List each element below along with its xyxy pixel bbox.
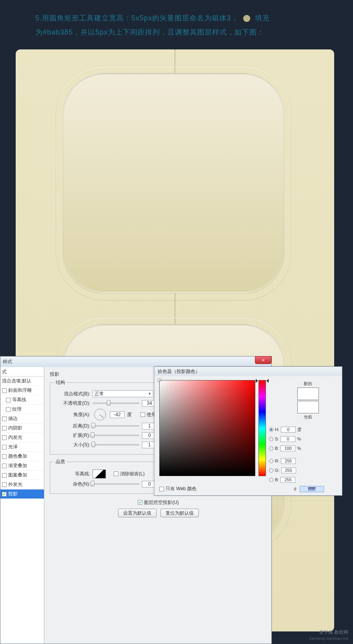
hex-label: #: [294, 486, 297, 492]
step-text-b: 填充: [255, 14, 270, 22]
effects-sidebar: 式 混合选项:默认 斜面和浮雕 等高线 纹理 描边 内阴影 内发光 光泽 颜色叠…: [0, 367, 44, 644]
watermark: 查字典 教程网 jiaocheng.chazidian.com: [309, 629, 348, 641]
checkbox-icon: [140, 412, 145, 417]
r-input[interactable]: 255: [281, 458, 296, 464]
checkbox-icon[interactable]: [2, 454, 7, 459]
contour-picker[interactable]: [93, 469, 106, 478]
g-input[interactable]: 255: [281, 468, 296, 473]
angle-dial[interactable]: [94, 409, 106, 420]
blend-mode-label: 混合模式(B):: [54, 391, 90, 397]
sb-pattern-overlay[interactable]: 图案叠加: [0, 471, 44, 480]
hue-slider[interactable]: [258, 380, 266, 476]
radio-h[interactable]: [269, 428, 273, 432]
checkbox-icon[interactable]: ✔: [2, 492, 7, 497]
sb-stroke[interactable]: 描边: [0, 414, 44, 424]
radio-bb[interactable]: [269, 478, 273, 482]
rounded-rect-preview-1: [63, 73, 284, 293]
close-button[interactable]: ✕: [255, 356, 271, 364]
sb-outer-glow[interactable]: 外发光: [0, 480, 44, 489]
checkbox-icon[interactable]: [2, 473, 7, 478]
h-input[interactable]: 0: [281, 427, 296, 433]
color-field[interactable]: [159, 380, 255, 476]
contour-label: 等高线:: [54, 471, 90, 477]
structure-legend: 结构: [54, 379, 67, 386]
sb-inner-shadow[interactable]: 内阴影: [0, 424, 44, 433]
sb-satin[interactable]: 光泽: [0, 442, 44, 452]
quality-legend: 品质: [54, 458, 67, 465]
checkbox-icon[interactable]: [6, 398, 11, 402]
tutorial-step-text: 5.用圆角矩形工具建立宽高：5x5px的矢量图层命名为箱体3， 填充 为#bab…: [0, 0, 353, 43]
sb-blending-options[interactable]: 混合选项:默认: [0, 377, 44, 386]
checkbox-icon[interactable]: [6, 407, 11, 412]
checkbox-icon[interactable]: [2, 482, 7, 487]
new-color-swatch: [297, 387, 319, 400]
angle-unit: 度: [127, 411, 138, 418]
spread-label: 扩展(R):: [54, 432, 90, 439]
new-color-label: 新的: [277, 381, 339, 387]
opacity-slider[interactable]: [93, 402, 140, 404]
s-input[interactable]: 0: [280, 436, 295, 442]
blend-mode-value: 正常: [95, 391, 104, 397]
color-picker-titlebar[interactable]: 拾色器（投影颜色）: [155, 367, 342, 376]
sb-gradient-overlay[interactable]: 渐变叠加: [0, 461, 44, 471]
size-label: 大小(S):: [54, 442, 90, 448]
reset-default-button[interactable]: 复位为默认值: [160, 509, 199, 517]
step-text-a: 5.用圆角矩形工具建立宽高：5x5px的矢量图层命名为箱体3，: [35, 14, 238, 22]
distance-slider[interactable]: [93, 425, 140, 427]
checkbox-icon[interactable]: [2, 388, 7, 393]
radio-s[interactable]: [269, 437, 273, 441]
color-swatch-dot: [243, 15, 250, 22]
checkbox-icon[interactable]: [2, 426, 7, 431]
color-field-cursor: [157, 378, 162, 382]
color-values-panel: 新的 当前 H:0度 S:0% B:100% R:255 G:255 B:255: [269, 380, 339, 484]
color-picker-title: 拾色器（投影颜色）: [158, 368, 200, 375]
blend-mode-select[interactable]: 正常 ▼: [93, 390, 153, 397]
sidebar-header: 式: [0, 367, 44, 377]
checkbox-icon: [159, 487, 164, 491]
set-default-button[interactable]: 设置为默认值: [118, 509, 156, 517]
angle-input[interactable]: -42: [110, 411, 125, 418]
noise-slider[interactable]: [93, 483, 140, 485]
checkbox-icon[interactable]: [2, 417, 7, 421]
b-input[interactable]: 100: [280, 446, 295, 451]
checkbox-icon[interactable]: [2, 464, 7, 468]
radio-r[interactable]: [269, 459, 273, 463]
distance-label: 距离(D):: [54, 423, 90, 429]
hue-pointer-right: [266, 379, 269, 383]
radio-b[interactable]: [269, 446, 273, 451]
sb-drop-shadow[interactable]: ✔投影: [0, 489, 44, 499]
watermark-url: jiaocheng.chazidian.com: [309, 636, 348, 641]
web-only-checkbox[interactable]: 只有 Web 颜色: [159, 486, 197, 492]
sb-texture[interactable]: 纹理: [0, 405, 44, 414]
step-text-c: 为#bab385，并以5px为上下间距排列，且调整其图层样式，如下图：: [35, 28, 264, 36]
current-color-label: 当前: [277, 414, 339, 420]
hex-input[interactable]: ffffff: [300, 486, 324, 492]
radio-g[interactable]: [269, 468, 273, 473]
knockout-checkbox[interactable]: ✔ 图层挖空投影(U): [138, 499, 179, 506]
checkbox-icon[interactable]: [2, 435, 7, 440]
noise-label: 杂色(N):: [54, 481, 90, 488]
spread-slider[interactable]: [93, 435, 140, 436]
layer-style-title: 样式: [3, 358, 12, 365]
bb-input[interactable]: 255: [280, 477, 295, 483]
sb-bevel[interactable]: 斜面和浮雕: [0, 386, 44, 395]
close-icon: ✕: [262, 358, 265, 362]
chevron-down-icon: ▼: [148, 392, 151, 396]
sb-color-overlay[interactable]: 颜色叠加: [0, 452, 44, 461]
color-picker-dialog: 拾色器（投影颜色） 新的 当前 H:0度 S:0% B:100% R:255 G…: [154, 366, 342, 496]
sb-inner-glow[interactable]: 内发光: [0, 433, 44, 442]
checkbox-icon[interactable]: [2, 445, 7, 449]
checkbox-icon: [114, 471, 118, 476]
angle-label: 角度(A):: [54, 411, 90, 418]
sb-contour[interactable]: 等高线: [0, 395, 44, 405]
hue-pointer-left: [256, 379, 258, 383]
current-color-swatch: [297, 401, 319, 413]
watermark-brand: 查字典 教程网: [309, 629, 348, 636]
checkbox-icon: ✔: [138, 500, 142, 505]
opacity-label: 不透明度(O):: [54, 400, 90, 407]
size-slider[interactable]: [93, 444, 140, 446]
antialias-checkbox[interactable]: 消除锯齿(L): [114, 471, 145, 477]
layer-style-titlebar[interactable]: 样式 ✕: [0, 357, 271, 367]
